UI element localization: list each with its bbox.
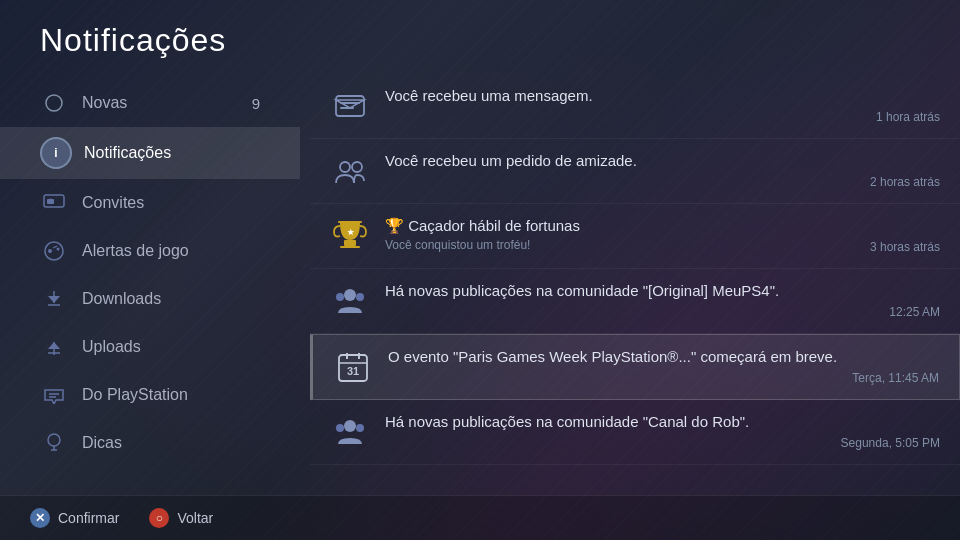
- downloads-icon: [40, 285, 68, 313]
- sidebar-item-downloads[interactable]: Downloads: [0, 275, 300, 323]
- notification-content-2: Você recebeu um pedido de amizade.: [385, 151, 870, 171]
- svg-point-6: [48, 249, 52, 253]
- notification-item-3[interactable]: ★ 🏆 Caçador hábil de fortunas Você conqu…: [310, 204, 960, 269]
- notification-item-4[interactable]: Há novas publicações na comunidade "[Ori…: [310, 269, 960, 334]
- notification-title-6: Há novas publicações na comunidade "Cana…: [385, 412, 841, 432]
- svg-rect-28: [340, 246, 360, 248]
- sidebar: Novas 9 i Notificações: [0, 69, 300, 495]
- novas-count: 9: [252, 95, 260, 112]
- svg-line-8: [53, 246, 57, 248]
- notification-icon-trophy: ★: [330, 216, 370, 256]
- novas-label: Novas: [82, 94, 127, 112]
- notification-title-2: Você recebeu um pedido de amizade.: [385, 151, 870, 171]
- svg-point-33: [356, 293, 364, 301]
- sidebar-item-novas[interactable]: Novas 9: [0, 79, 300, 127]
- sidebar-item-playstation[interactable]: Do PlayStation: [0, 371, 300, 419]
- confirm-action[interactable]: ✕ Confirmar: [30, 508, 119, 528]
- main-content: Novas 9 i Notificações: [0, 69, 960, 495]
- notification-item-2[interactable]: Você recebeu um pedido de amizade. 2 hor…: [310, 139, 960, 204]
- svg-point-40: [336, 424, 344, 432]
- alertas-icon: [40, 237, 68, 265]
- svg-text:i: i: [54, 146, 57, 160]
- convites-icon: [40, 189, 68, 217]
- notification-icon-community-2: [330, 412, 370, 452]
- svg-point-5: [45, 242, 63, 260]
- o-button: ○: [149, 508, 169, 528]
- svg-text:31: 31: [347, 365, 359, 377]
- x-button: ✕: [30, 508, 50, 528]
- notification-icon-community-1: [330, 281, 370, 321]
- confirm-label: Confirmar: [58, 510, 119, 526]
- svg-rect-21: [336, 96, 364, 116]
- sidebar-item-notificacoes[interactable]: i Notificações: [0, 127, 300, 179]
- notification-icon-message: [330, 86, 370, 126]
- novas-icon: [40, 89, 68, 117]
- notification-time-6: Segunda, 5:05 PM: [841, 436, 940, 452]
- svg-point-0: [46, 95, 62, 111]
- uploads-icon: [40, 333, 68, 361]
- notification-item-6[interactable]: Há novas publicações na comunidade "Cana…: [310, 400, 960, 465]
- uploads-label: Uploads: [82, 338, 141, 356]
- playstation-label: Do PlayStation: [82, 386, 188, 404]
- page-title: Notificações: [0, 0, 960, 69]
- notification-time-5: Terça, 11:45 AM: [852, 371, 939, 387]
- bottom-bar: ✕ Confirmar ○ Voltar: [0, 495, 960, 540]
- svg-text:★: ★: [347, 228, 355, 237]
- svg-point-32: [336, 293, 344, 301]
- notification-subtitle-3: Você conquistou um troféu!: [385, 238, 870, 252]
- svg-point-25: [340, 162, 350, 172]
- notification-title-3: 🏆 Caçador hábil de fortunas: [385, 216, 870, 236]
- notification-time-4: 12:25 AM: [889, 305, 940, 321]
- dicas-label: Dicas: [82, 434, 122, 452]
- notification-icon-friend: [330, 151, 370, 191]
- back-action[interactable]: ○ Voltar: [149, 508, 213, 528]
- notification-icon-calendar: 31: [333, 347, 373, 387]
- dicas-icon: [40, 429, 68, 457]
- notification-content-1: Você recebeu uma mensagem.: [385, 86, 876, 106]
- svg-point-39: [344, 420, 356, 432]
- notificacoes-label: Notificações: [84, 144, 171, 162]
- svg-point-18: [48, 434, 60, 446]
- notification-title-1: Você recebeu uma mensagem.: [385, 86, 876, 106]
- notification-content-4: Há novas publicações na comunidade "[Ori…: [385, 281, 889, 301]
- notification-time-1: 1 hora atrás: [876, 110, 940, 126]
- notificacoes-active-indicator: i: [40, 137, 72, 169]
- downloads-label: Downloads: [82, 290, 161, 308]
- notification-content-3: 🏆 Caçador hábil de fortunas Você conquis…: [385, 216, 870, 252]
- notification-title-4: Há novas publicações na comunidade "[Ori…: [385, 281, 889, 301]
- notifications-panel: Você recebeu uma mensagem. 1 hora atrás …: [300, 69, 960, 495]
- back-label: Voltar: [177, 510, 213, 526]
- svg-point-31: [344, 289, 356, 301]
- svg-point-7: [57, 248, 60, 251]
- svg-point-4: [49, 199, 53, 203]
- notification-item-5[interactable]: 31 O evento "Paris Games Week PlayStatio…: [310, 334, 960, 400]
- sidebar-item-uploads[interactable]: Uploads: [0, 323, 300, 371]
- sidebar-item-dicas[interactable]: Dicas: [0, 419, 300, 467]
- alertas-label: Alertas de jogo: [82, 242, 189, 260]
- sidebar-item-alertas[interactable]: Alertas de jogo: [0, 227, 300, 275]
- notification-title-5: O evento "Paris Games Week PlayStation®.…: [388, 347, 852, 367]
- notification-time-2: 2 horas atrás: [870, 175, 940, 191]
- notification-time-3: 3 horas atrás: [870, 240, 940, 256]
- svg-point-26: [352, 162, 362, 172]
- notification-content-6: Há novas publicações na comunidade "Cana…: [385, 412, 841, 432]
- svg-rect-29: [344, 240, 356, 246]
- notification-item-1[interactable]: Você recebeu uma mensagem. 1 hora atrás: [310, 74, 960, 139]
- svg-point-41: [356, 424, 364, 432]
- sidebar-item-convites[interactable]: Convites: [0, 179, 300, 227]
- playstation-icon: [40, 381, 68, 409]
- notification-content-5: O evento "Paris Games Week PlayStation®.…: [388, 347, 852, 367]
- convites-label: Convites: [82, 194, 144, 212]
- svg-rect-27: [338, 221, 362, 223]
